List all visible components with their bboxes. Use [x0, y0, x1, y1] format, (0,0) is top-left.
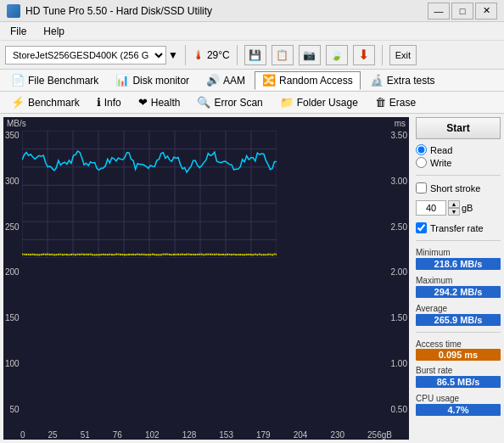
divider1	[416, 175, 501, 176]
read-radio-label[interactable]: Read	[416, 144, 501, 155]
transfer-rate-checkbox[interactable]	[416, 222, 427, 233]
toolbar-separator2	[237, 45, 238, 65]
close-button[interactable]: ✕	[475, 3, 497, 20]
spinner-row: ▲ ▼ gB	[416, 200, 501, 216]
tab-error-scan[interactable]: 🔍 Error Scan	[189, 93, 270, 112]
tab-info[interactable]: ℹ Info	[89, 93, 129, 112]
erase-icon: 🗑	[375, 96, 386, 109]
error-scan-icon: 🔍	[197, 96, 210, 109]
y-left-50: 50	[5, 405, 20, 414]
tab-benchmark[interactable]: ⚡ Benchmark	[3, 93, 87, 112]
toolbar-separator3	[382, 45, 383, 65]
spinner-unit: gB	[462, 203, 473, 213]
y-right-250: 2.50	[391, 222, 407, 232]
start-button[interactable]: Start	[416, 117, 501, 139]
temperature-display: 🌡 29°C	[193, 48, 230, 62]
x-51: 51	[81, 430, 90, 440]
spinner-up[interactable]: ▲	[448, 200, 460, 208]
spinner-buttons: ▲ ▼	[448, 200, 460, 216]
y-left-200: 200	[5, 267, 20, 277]
x-179: 179	[256, 430, 271, 440]
chart-label-mbs: MB/s	[7, 119, 26, 128]
y-left-100: 100	[5, 359, 20, 368]
read-write-group: Read Write	[416, 144, 501, 168]
y-right-300: 3.00	[391, 177, 407, 186]
benchmark-chart	[22, 131, 277, 258]
leaf-icon-btn[interactable]: 🍃	[326, 45, 348, 65]
random-access-icon: 🔀	[262, 74, 276, 87]
drive-dropdown-arrow[interactable]: ▼	[168, 49, 178, 61]
x-128: 128	[182, 430, 197, 440]
x-76: 76	[113, 430, 122, 440]
y-axis-right: 3.50 3.00 2.50 2.00 1.50 1.00 0.50	[389, 131, 409, 414]
average-section: Average 265.9 MB/s	[416, 302, 501, 327]
read-radio[interactable]	[416, 144, 427, 155]
transfer-rate-checkbox-label[interactable]: Transfer rate	[416, 222, 501, 233]
title-bar: HD Tune Pro 5.50 - Hard Disk/SSD Utility…	[0, 0, 504, 22]
y-right-200: 2.00	[391, 267, 407, 277]
access-time-section: Access time 0.095 ms	[416, 338, 501, 361]
app-icon	[7, 4, 20, 18]
tab-file-benchmark[interactable]: 📄 File Benchmark	[3, 71, 106, 90]
x-102: 102	[145, 430, 160, 440]
health-icon: ❤	[138, 96, 148, 109]
exit-button[interactable]: Exit	[389, 45, 417, 65]
x-153: 153	[219, 430, 233, 440]
tab-health[interactable]: ❤ Health	[131, 93, 188, 112]
y-left-150: 150	[5, 313, 20, 322]
cpu-usage-label: CPU usage	[416, 394, 501, 403]
y-left-250: 250	[5, 222, 20, 232]
maximum-label: Maximum	[416, 276, 501, 285]
folder-usage-icon: 📁	[280, 96, 294, 109]
menu-bar: File Help	[0, 22, 504, 41]
tab-extra-tests[interactable]: 🔬 Extra tests	[362, 71, 443, 90]
app-title: HD Tune Pro 5.50 - Hard Disk/SSD Utility	[25, 5, 212, 17]
download-icon-btn[interactable]: ⬇	[353, 45, 375, 65]
spinner-down[interactable]: ▼	[448, 208, 460, 216]
short-stroke-checkbox-label[interactable]: Short stroke	[416, 182, 501, 193]
x-204: 204	[294, 430, 308, 440]
benchmark-icon: ⚡	[11, 96, 25, 109]
info-icon-btn[interactable]: 📋	[272, 45, 294, 65]
info-tab-icon: ℹ	[97, 96, 101, 109]
tab-disk-monitor[interactable]: 📊 Disk monitor	[108, 71, 197, 90]
minimize-button[interactable]: —	[428, 3, 450, 20]
access-time-value: 0.095 ms	[416, 349, 501, 361]
tab-aam[interactable]: 🔊 AAM	[199, 71, 253, 90]
file-benchmark-icon: 📄	[11, 74, 25, 87]
aam-icon: 🔊	[206, 74, 220, 87]
maximize-button[interactable]: □	[451, 3, 473, 20]
average-label: Average	[416, 304, 501, 313]
access-time-label: Access time	[416, 339, 501, 349]
thermometer-icon: 🌡	[193, 48, 204, 62]
main-content: MB/s ms 350 300 250 200 150 100 50 3.50 …	[0, 114, 504, 443]
camera-icon-btn[interactable]: 📷	[299, 45, 321, 65]
tab-folder-usage[interactable]: 📁 Folder Usage	[272, 93, 366, 112]
short-stroke-checkbox[interactable]	[416, 182, 427, 193]
menu-file[interactable]: File	[7, 24, 30, 39]
chart-area: MB/s ms 350 300 250 200 150 100 50 3.50 …	[3, 117, 409, 440]
toolbar-separator	[185, 45, 186, 65]
write-radio-label[interactable]: Write	[416, 157, 501, 168]
y-right-100: 1.00	[391, 359, 407, 368]
average-value: 265.9 MB/s	[416, 314, 501, 326]
tab-row-1: 📄 File Benchmark 📊 Disk monitor 🔊 AAM 🔀 …	[0, 70, 504, 92]
chart-label-ms: ms	[395, 119, 406, 128]
write-radio[interactable]	[416, 157, 427, 168]
menu-help[interactable]: Help	[40, 24, 68, 39]
burst-rate-value: 86.5 MB/s	[416, 376, 501, 388]
toolbar: StoreJetS256GESD400K (256 GB) ▼ 🌡 29°C 💾…	[0, 41, 504, 70]
drive-select[interactable]: StoreJetS256GESD400K (256 GB)	[5, 46, 166, 64]
tab-random-access[interactable]: 🔀 Random Access	[255, 71, 361, 90]
maximum-section: Maximum 294.2 MB/s	[416, 274, 501, 299]
y-left-350: 350	[5, 131, 20, 140]
tab-erase[interactable]: 🗑 Erase	[367, 93, 423, 112]
disk-icon-btn[interactable]: 💾	[244, 45, 266, 65]
burst-rate-section: Burst rate 86.5 MB/s	[416, 364, 501, 389]
minimum-section: Minimum 218.6 MB/s	[416, 246, 501, 271]
minimum-label: Minimum	[416, 248, 501, 257]
y-axis-left: 350 300 250 200 150 100 50	[3, 131, 21, 414]
spinner-input[interactable]	[416, 200, 446, 216]
extra-tests-icon: 🔬	[370, 74, 384, 87]
cpu-usage-section: CPU usage 4.7%	[416, 392, 501, 417]
